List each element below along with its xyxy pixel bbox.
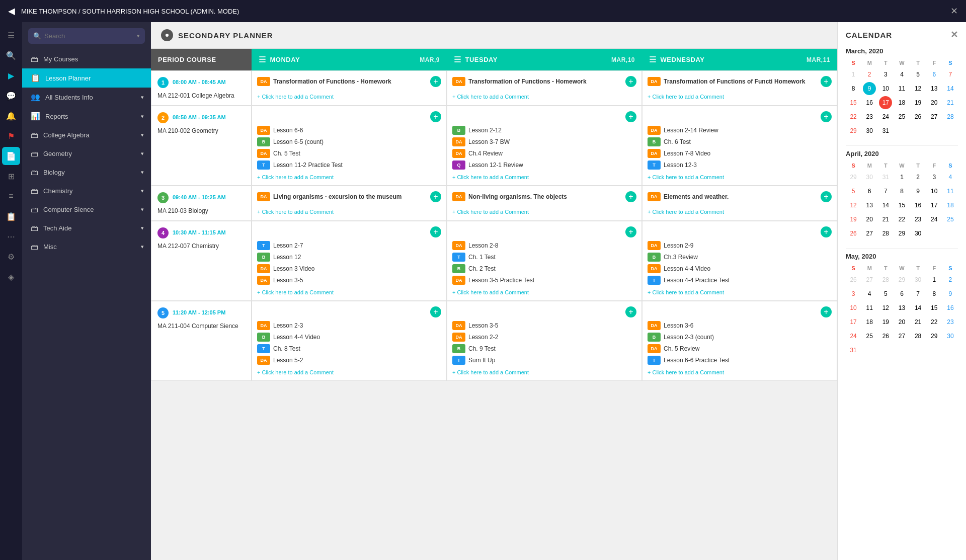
calendar-day[interactable]: 29 [895,227,908,240]
calendar-day[interactable]: 13 [863,199,876,212]
calendar-day[interactable]: 2 [863,68,876,81]
add-comment-btn[interactable]: + Click here to add a Comment [452,369,636,375]
close-button[interactable]: ✕ [950,6,958,17]
calendar-day[interactable]: 28 [879,273,892,286]
calendar-day[interactable]: 21 [879,213,892,226]
add-lesson-btn-3[interactable]: + [821,226,832,237]
add-lesson-btn[interactable]: + [821,191,832,202]
add-comment-btn[interactable]: + Click here to add a Comment [452,174,636,180]
flag-icon[interactable]: ⚑ [2,127,20,145]
settings-icon[interactable]: ⚙ [2,248,20,266]
calendar-day[interactable]: 8 [895,185,908,198]
calendar-day[interactable]: 7 [944,68,957,81]
calendar-day[interactable]: 11 [863,301,876,314]
add-comment-btn[interactable]: + Click here to add a Comment [257,174,441,180]
calendar-day[interactable]: 25 [863,330,876,343]
calendar-day[interactable]: 30 [912,227,925,240]
calendar-day[interactable]: 18 [944,199,957,212]
add-lesson-btn-3[interactable]: + [430,226,441,237]
sidebar-item-chemistry[interactable]: 🗃 Chemistry ▾ [22,182,151,200]
calendar-day[interactable]: 19 [847,213,860,226]
calendar-day[interactable]: 19 [879,315,892,329]
calendar-day[interactable]: 27 [863,273,876,286]
calendar-day[interactable]: 27 [895,330,908,343]
calendar-day[interactable]: 26 [847,273,860,286]
add-lesson-btn-1[interactable]: + [430,111,441,122]
list-icon[interactable]: ≡ [2,187,20,205]
search-box[interactable]: 🔍 ▾ [28,28,145,44]
calendar-day[interactable]: 28 [912,330,925,343]
add-lesson-btn-1[interactable]: + [625,111,636,122]
add-lesson-btn-1[interactable]: + [821,111,832,122]
calendar-day[interactable]: 23 [863,110,876,123]
search-chevron[interactable]: ▾ [137,33,140,39]
calendar-day[interactable]: 24 [879,110,892,123]
calendar-day[interactable]: 12 [847,199,860,212]
hamburger-icon[interactable]: ☰ [2,26,20,44]
add-lesson-btn-4[interactable]: + [430,306,441,317]
search-icon[interactable]: 🔍 [2,46,20,64]
sidebar-item-misc[interactable]: 🗃 Misc ▾ [22,237,151,256]
add-lesson-btn-3[interactable]: + [625,226,636,237]
calendar-day[interactable]: 9 [944,287,957,300]
calendar-day[interactable]: 5 [912,68,925,81]
calendar-day[interactable]: 20 [895,315,908,329]
calendar-day[interactable]: 4 [863,287,876,300]
calendar-day[interactable]: 24 [928,213,941,226]
shape-icon[interactable]: ◈ [2,268,20,286]
add-lesson-btn-4[interactable]: + [821,306,832,317]
calendar-day[interactable]: 4 [895,68,908,81]
calendar-day[interactable]: 31 [879,171,892,184]
calendar-day[interactable]: 21 [944,96,957,109]
calendar-day[interactable]: 30 [863,171,876,184]
calendar-day[interactable]: 29 [847,171,860,184]
sidebar-item-biology[interactable]: 🗃 Biology ▾ [22,163,151,182]
calendar-day[interactable]: 28 [944,110,957,123]
calendar-day[interactable]: 31 [847,344,860,357]
calendar-day[interactable]: 11 [944,185,957,198]
calendar-day[interactable]: 15 [847,96,860,109]
calendar-day[interactable]: 30 [912,273,925,286]
arrow-icon[interactable]: ▶ [2,66,20,85]
search-input[interactable] [44,32,134,40]
calendar-day[interactable]: 5 [847,185,860,198]
sidebar-item-my-courses[interactable]: 🗃 My Courses [22,50,151,68]
calendar-day[interactable]: 24 [847,330,860,343]
calendar-day[interactable]: 7 [912,287,925,300]
calendar-day[interactable]: 3 [879,68,892,81]
add-comment-btn[interactable]: + Click here to add a Comment [648,174,832,180]
dots-icon[interactable]: ⋯ [2,227,20,246]
sidebar-item-college-algebra[interactable]: 🗃 College Algebra ▾ [22,126,151,144]
add-lesson-btn[interactable]: + [625,191,636,202]
bell-icon[interactable]: 🔔 [2,107,20,125]
calendar-day[interactable]: 7 [879,185,892,198]
calendar-day[interactable]: 6 [863,185,876,198]
calendar-day[interactable]: 17 [928,199,941,212]
calendar-day[interactable]: 8 [928,287,941,300]
calendar-day[interactable]: 15 [895,199,908,212]
sidebar-item-all-students[interactable]: 👥 All Students Info ▾ [22,88,151,107]
calendar-day[interactable]: 15 [928,301,941,314]
calendar-day[interactable]: 8 [847,82,860,95]
sidebar-item-lesson-planner[interactable]: 📋 Lesson Planner [22,68,151,88]
add-comment-btn[interactable]: + Click here to add a Comment [257,209,441,215]
add-comment-btn[interactable]: + Click here to add a Comment [452,289,636,295]
add-comment-btn[interactable]: + Click here to add a Comment [648,289,832,295]
calendar-day[interactable]: 10 [847,301,860,314]
calendar-day[interactable]: 13 [895,301,908,314]
calendar-day[interactable]: 5 [879,287,892,300]
calendar-day[interactable]: 27 [928,110,941,123]
calendar-day[interactable]: 11 [895,82,908,95]
grid-icon[interactable]: ⊞ [2,167,20,185]
calendar-day[interactable]: 29 [895,273,908,286]
calendar-day[interactable]: 20 [863,213,876,226]
planner-container[interactable]: PERIOD COURSE☰MONDAYMAR,9☰TUESDAYMAR,10☰… [151,49,837,560]
file-icon[interactable]: 📋 [2,207,20,225]
calendar-day[interactable]: 22 [928,315,941,329]
calendar-day[interactable]: 12 [879,301,892,314]
calendar-day[interactable]: 29 [928,330,941,343]
calendar-day[interactable]: 26 [847,227,860,240]
calendar-day[interactable]: 18 [895,96,908,109]
calendar-day[interactable]: 30 [944,330,957,343]
calendar-day[interactable]: 1 [895,171,908,184]
